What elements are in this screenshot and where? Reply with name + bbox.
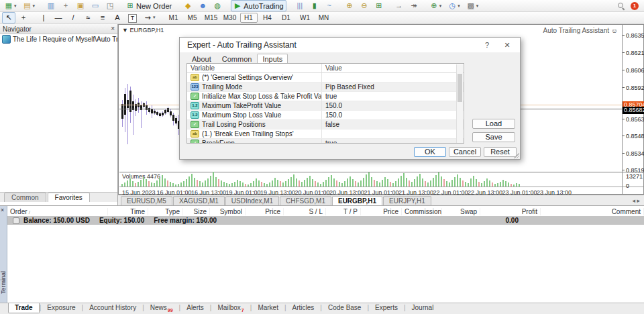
chart-tab-usdindex-m1[interactable]: USDIndex,M1 — [225, 196, 279, 205]
navigator-tab-favorites[interactable]: Favorites — [48, 193, 90, 202]
auto-scroll-button[interactable]: → — [392, 0, 406, 11]
autotrading-button[interactable]: ▶AutoTrading — [231, 0, 286, 11]
input-row[interactable]: ✓Trail Losing Positionsfalse — [187, 120, 464, 129]
input-value[interactable] — [322, 73, 464, 82]
input-value[interactable]: 150.0 — [322, 101, 464, 110]
input-row[interactable]: 123Trailing ModePip Based Fixed — [187, 83, 464, 92]
column-header-profit[interactable]: Profit — [480, 208, 541, 215]
chart-tab-xagusd-m1[interactable]: XAGUSD,M1 — [173, 196, 225, 205]
terminal-tab-news[interactable]: News99 — [144, 303, 179, 313]
column-header-size[interactable]: Size — [183, 208, 210, 215]
save-button[interactable]: Save — [472, 132, 515, 142]
timeframe-m1[interactable]: M1 — [165, 13, 182, 23]
input-row[interactable]: 1.2Maximum Stop Loss Value150.0 — [187, 111, 464, 120]
timeframe-m30[interactable]: M30 — [221, 13, 239, 23]
chart-tab-scroll-arrows[interactable]: ◂ ▸ — [632, 197, 640, 204]
terminal-tab-alerts[interactable]: Alerts — [180, 303, 210, 313]
close-icon[interactable]: ✕ — [497, 41, 517, 50]
arrows-button[interactable]: ⇝▾ — [141, 12, 158, 23]
zoom-out-button[interactable]: ⊖ — [358, 0, 371, 11]
timeframe-m15[interactable]: M15 — [203, 13, 220, 23]
market-watch-button[interactable]: ▥ — [44, 0, 58, 11]
vertical-line-button[interactable]: | — [37, 12, 50, 23]
fibonacci-button[interactable]: ≈ — [81, 12, 95, 23]
profiles-button[interactable]: ▤▾ — [21, 0, 38, 11]
dialog-tab-inputs[interactable]: Inputs — [257, 54, 288, 63]
ok-button[interactable]: OK — [414, 147, 446, 157]
column-header-time[interactable]: Time — [108, 208, 148, 215]
column-header-type[interactable]: Type — [148, 208, 183, 215]
balance-row[interactable]: Balance: 150.00 USD Equity: 150.00 Free … — [7, 216, 644, 225]
input-value[interactable]: true — [322, 139, 464, 144]
chart-tab-eurjpy-h1[interactable]: EURJPY,H1 — [383, 196, 431, 205]
terminal-tab-code-base[interactable]: Code Base — [322, 303, 367, 313]
metaeditor-button[interactable]: ◆ — [181, 0, 195, 11]
input-row[interactable]: ab(1.) 'Break Even Trailing Stops' — [187, 129, 464, 139]
mql-community-button[interactable]: ☻ — [196, 0, 209, 11]
column-header-comment[interactable]: Comment — [541, 208, 644, 215]
reset-button[interactable]: Reset — [484, 147, 517, 157]
data-window-button[interactable]: + — [59, 0, 72, 11]
terminal-tab-journal[interactable]: Journal — [406, 303, 440, 313]
column-header-order[interactable]: Order / — [7, 208, 108, 215]
periods-button[interactable]: ◷▾ — [445, 0, 463, 11]
column-header-swap[interactable]: Swap — [442, 208, 480, 215]
chart-tab-eurusd-m5[interactable]: EURUSD,M5 — [121, 196, 172, 205]
column-header-price[interactable]: Price — [246, 208, 284, 215]
navigator-expert-item[interactable]: The Life I Require of Myself\Auto Traili… — [0, 34, 117, 44]
cursor-button[interactable]: ↖ — [2, 12, 15, 23]
timeframe-mn[interactable]: MN — [315, 13, 333, 23]
resize-grip[interactable] — [514, 153, 519, 158]
new-chart-button[interactable]: ▦▾ — [2, 0, 19, 11]
timeframe-w1[interactable]: W1 — [297, 13, 314, 23]
terminal-tab-experts[interactable]: Experts — [369, 303, 404, 313]
column-header-sl[interactable]: S / L — [284, 208, 326, 215]
horizontal-line-button[interactable]: — — [52, 12, 65, 23]
crosshair-button[interactable]: + — [17, 12, 30, 23]
column-header-price[interactable]: Price — [361, 208, 402, 215]
zoom-in-button[interactable]: ⊕ — [343, 0, 356, 11]
dialog-titlebar[interactable]: Expert - Auto Trailing Assistant ? ✕ — [180, 38, 520, 52]
indicators-button[interactable]: ⊕▾ — [427, 0, 445, 11]
timeframe-m5[interactable]: M5 — [184, 13, 201, 23]
text-label-button[interactable]: T — [125, 13, 140, 24]
timeframe-h1[interactable]: H1 — [240, 13, 258, 23]
timeframe-d1[interactable]: D1 — [278, 13, 295, 23]
text-button[interactable]: A — [111, 12, 124, 23]
load-button[interactable]: Load — [472, 119, 515, 129]
equidistant-channel-button[interactable]: ≡ — [96, 12, 109, 23]
terminal-tab-market[interactable]: Market — [252, 303, 284, 313]
input-value[interactable]: Pip Based Fixed — [322, 83, 464, 91]
help-icon[interactable]: ? — [477, 41, 497, 49]
close-icon[interactable]: × — [1, 207, 4, 213]
terminal-tab-trade[interactable]: Trade — [8, 303, 40, 313]
timeframe-h4[interactable]: H4 — [259, 13, 276, 23]
input-row[interactable]: ✓Initialize Max Stop Loss & Take Profit … — [187, 92, 464, 101]
notifications-badge[interactable]: 1 — [631, 2, 639, 10]
tile-windows-button[interactable]: ⊞ — [372, 0, 386, 11]
terminal-tab-exposure[interactable]: Exposure — [41, 303, 81, 313]
input-row[interactable]: ab(*) 'General Settings Overview' — [187, 73, 464, 83]
input-value[interactable]: 150.0 — [322, 111, 464, 119]
bar-chart-mode-button[interactable]: ||| — [293, 0, 307, 11]
scrollbar[interactable] — [456, 64, 463, 144]
input-row[interactable]: ✓BreakEventrue — [187, 139, 464, 144]
column-header-variable[interactable]: Variable — [187, 64, 322, 72]
column-header-tp[interactable]: T / P — [326, 208, 361, 215]
navigator-toggle-button[interactable]: ▣ — [74, 0, 87, 11]
chart-tab-chfsgd-m1[interactable]: CHFSGD,M1 — [280, 196, 331, 205]
close-icon[interactable]: × — [111, 25, 115, 32]
column-header-commission[interactable]: Commission — [402, 208, 442, 215]
line-chart-mode-button[interactable]: ~ — [323, 0, 336, 11]
column-header-value[interactable]: Value — [322, 64, 464, 72]
templates-button[interactable]: ▩▾ — [464, 0, 482, 11]
column-header-symbol[interactable]: Symbol — [210, 208, 246, 215]
scrollbar-thumb[interactable] — [458, 74, 462, 102]
trendline-button[interactable]: / — [66, 12, 80, 23]
navigator-tab-common[interactable]: Common — [4, 193, 46, 202]
strategy-tester-button[interactable]: ◳ — [103, 0, 117, 11]
news-globe-button[interactable]: ◍ — [211, 0, 224, 11]
chart-shift-button[interactable]: ↠ — [407, 0, 421, 11]
chart-tab-eurgbp-h1[interactable]: EURGBP,H1 — [332, 196, 382, 205]
search-icon[interactable] — [618, 3, 624, 9]
